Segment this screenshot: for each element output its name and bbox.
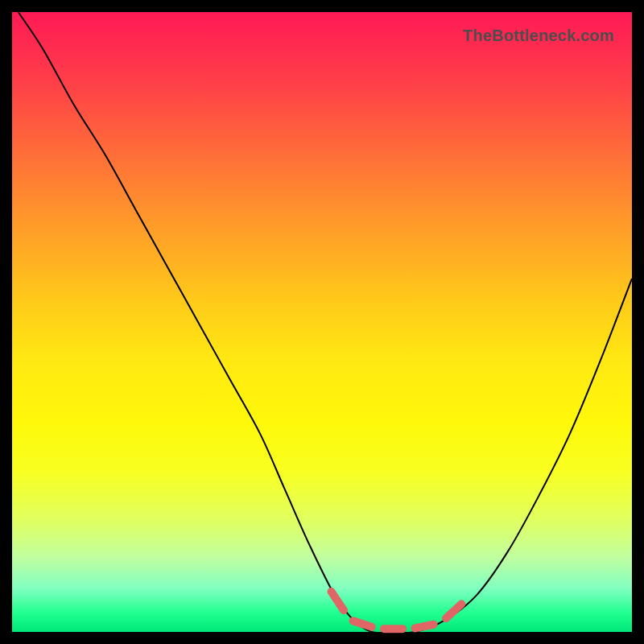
chart-frame: TheBottleneck.com [0,0,644,644]
chart-svg [12,12,632,632]
highlight-dash [446,604,461,618]
plot-area: TheBottleneck.com [12,12,632,632]
highlight-dash [332,592,344,610]
highlight-dash [415,625,434,629]
highlight-dash [353,621,372,627]
highlight-markers [332,592,462,629]
bottleneck-curve [19,12,632,633]
